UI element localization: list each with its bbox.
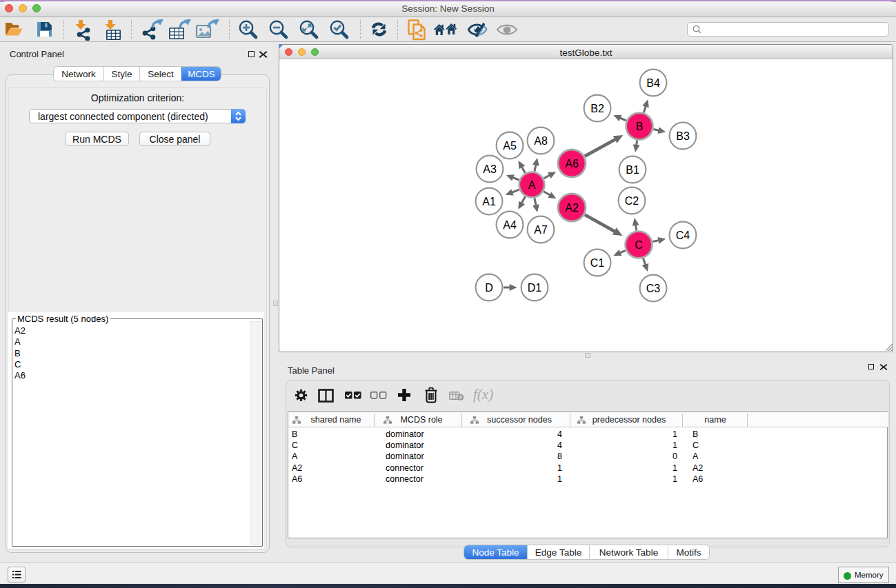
- svg-text:B2: B2: [590, 103, 604, 114]
- svg-text:A3: A3: [483, 163, 497, 175]
- svg-text:C1: C1: [590, 257, 605, 269]
- svg-text:A7: A7: [534, 224, 548, 236]
- svg-text:A5: A5: [503, 140, 517, 152]
- svg-text:D: D: [485, 282, 493, 294]
- svg-text:B: B: [636, 121, 644, 132]
- svg-text:B4: B4: [646, 77, 660, 89]
- svg-text:C2: C2: [625, 195, 639, 207]
- svg-text:A8: A8: [534, 135, 548, 147]
- svg-text:C3: C3: [646, 283, 661, 294]
- svg-text:A1: A1: [482, 196, 496, 207]
- svg-text:B1: B1: [626, 164, 639, 176]
- svg-text:C: C: [635, 239, 643, 251]
- svg-text:D1: D1: [528, 282, 542, 294]
- svg-text:C4: C4: [676, 230, 690, 241]
- svg-text:B3: B3: [676, 130, 690, 142]
- svg-text:A2: A2: [565, 202, 579, 214]
- svg-text:A6: A6: [565, 158, 579, 170]
- svg-text:A4: A4: [503, 219, 517, 231]
- svg-text:A: A: [528, 179, 536, 191]
